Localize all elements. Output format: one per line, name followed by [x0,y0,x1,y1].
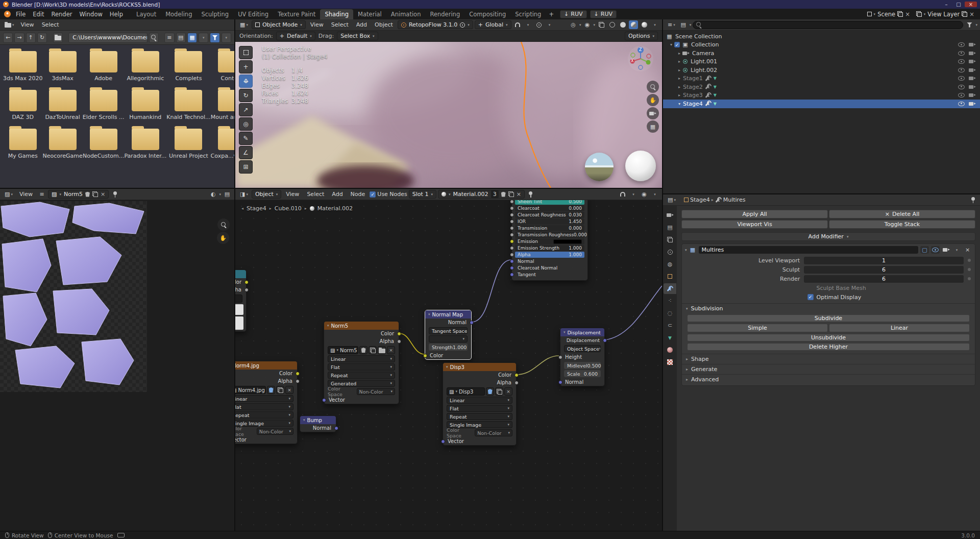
search-button[interactable] [149,33,159,43]
folder-item[interactable]: Knald Technol... [166,90,210,120]
node-normal-map[interactable]: ▾Normal Map Normal Tangent Space▾ ▾ Stre… [425,310,472,360]
tool-rotate[interactable]: ↻ [239,89,253,102]
hide-in-viewport-icon[interactable] [958,85,965,89]
folder-item[interactable]: Mount and Bl... [211,90,234,120]
animate-decorator[interactable] [968,268,971,271]
tab-world[interactable]: ◍ [664,259,676,270]
emission-swatch[interactable] [553,239,582,244]
hide-in-viewport-icon[interactable] [958,76,965,81]
tab-sculpting[interactable]: Sculpting [197,9,233,19]
disable-in-renders-icon[interactable] [969,85,976,89]
new-image-icon[interactable] [92,191,98,197]
partial-alpha-output[interactable]: Alpha [235,286,246,293]
displacement-space-dropdown[interactable]: Object Space▾ [564,345,601,352]
expand-icon[interactable]: ▸ [678,93,680,97]
folder-item[interactable]: NeocoreGame [42,129,82,159]
normal-map-color-input[interactable]: Color [425,352,471,359]
bsdf-transmission-roughness-slider[interactable]: Transmission Roughness0.000 [515,232,584,238]
tab-shading[interactable]: Shading [320,9,353,19]
new-material-icon[interactable] [508,191,514,197]
displacement-midlevel-slider[interactable]: Midlevel0.500 [564,362,601,369]
tab-render[interactable] [664,210,676,220]
viewport-menu-object[interactable]: Object [372,21,396,28]
apply-all-button[interactable]: Apply All [681,210,828,218]
bsdf-clearcoat-slider[interactable]: Clearcoat0.000 [515,205,584,211]
outliner-item-light-002[interactable]: ▸ Light.002 [663,66,980,75]
studiolight-preview-sphere[interactable] [625,151,656,181]
outliner-collection[interactable]: ▾ ✓ ▣ Collection [663,41,980,50]
render-level-field[interactable]: 6 [804,275,964,283]
editor-type-file-browser-icon[interactable]: ▾ [3,20,16,29]
shader-menu-select[interactable]: Select [304,191,327,198]
node-image-texture-disp3[interactable]: ▾Disp3 Color Alpha ▨▾Disp3 × Linear▾ Fla… [443,362,517,446]
editor-type-3d-viewport-icon[interactable]: ▦▾ [238,20,250,29]
animate-decorator[interactable] [968,277,971,280]
folder-item[interactable]: Humankind [124,90,166,120]
pin-icon[interactable] [968,195,977,204]
disp3-projection-dropdown[interactable]: Flat▾ [447,405,512,412]
node-principled-bsdf[interactable]: Sheen Tint0.500 Clearcoat0.000 Clearcoat… [511,200,588,281]
shader-menu-node[interactable]: Node [348,191,369,198]
use-nodes-checkbox[interactable]: ✓ [370,191,376,198]
tab-view-layer[interactable] [664,234,676,245]
channels-icon[interactable]: ◐ [208,190,217,199]
image-menu-view[interactable]: View [16,191,36,198]
outliner-item-light-001[interactable]: ▸ Light.001 [663,58,980,66]
editor-type-outliner-icon[interactable]: ≡▾ [666,20,677,29]
sculpt-level-field[interactable]: 6 [804,266,964,274]
folder-item[interactable]: Paradox Inter... [124,129,166,159]
show-in-editmode-toggle[interactable]: ▢ [920,246,929,254]
add-workspace-button[interactable]: + [546,9,557,19]
tab-modeling[interactable]: Modeling [161,9,197,19]
disable-in-renders-icon[interactable] [969,42,976,47]
options-dropdown[interactable]: Options▾ [625,32,658,40]
mode-selector[interactable]: Object Mode▾ [252,20,306,29]
viewport-canvas[interactable]: + ↻ ↗ ◎ ✎ ∠ ⊞ User Perspective (1) Colle… [235,42,662,188]
shader-type-selector[interactable]: Object▾ [252,190,281,199]
hide-in-viewport-icon[interactable] [958,42,965,47]
displacement-output[interactable]: Displacement [560,336,604,344]
disp3-image-selector[interactable]: ▨▾Disp3 [447,387,485,396]
tab-material[interactable]: Material [353,9,386,19]
node-image-texture-norm5[interactable]: ▾Norm5 Color Alpha ▨▾Norm5 × Linear▾ Fla… [324,321,399,404]
folder-item[interactable]: My Games [3,129,42,159]
unlink-icon[interactable]: × [285,386,293,394]
norm4-color-space-dropdown[interactable]: Non-Color▾ [257,428,293,435]
folder-item[interactable]: Coxpa...vigator [211,129,234,159]
tab-physics[interactable]: ◌ [664,308,676,318]
bsdf-tangent-input[interactable]: Tangent [515,272,584,278]
filter-chevron[interactable]: ▾ [975,23,977,27]
back-button[interactable]: ← [3,33,13,43]
maximize-button[interactable]: □ [952,2,965,7]
remove-view-layer-icon[interactable]: × [969,11,974,18]
shading-wireframe-icon[interactable] [607,20,617,29]
tool-transform[interactable]: ◎ [239,117,253,131]
bsdf-emission-strength-slider[interactable]: Emission Strength1.000 [515,245,584,251]
bsdf-transmission-slider[interactable]: Transmission0.000 [515,225,584,231]
forward-button[interactable]: → [14,33,24,43]
folder-item[interactable]: Allegorithmic [124,51,166,82]
subdivide-simple-button[interactable]: Simple [687,324,828,332]
image-options-icon[interactable]: ▤ [223,190,232,199]
new-scene-icon[interactable] [897,11,903,17]
node-overlays-chevron[interactable]: ▾ [650,190,659,199]
viewport-menu-select[interactable]: Select [328,21,352,28]
viewport-perspective-toggle-icon[interactable]: ▦ [647,120,659,133]
tab-texture[interactable] [664,357,676,368]
zoom-icon[interactable] [217,218,230,231]
expand-icon[interactable]: ▸ [678,59,680,64]
subdivision-subpanel-header[interactable]: ▾ Subdivision [682,303,975,313]
norm5-interpolation-dropdown[interactable]: Linear▾ [328,355,395,362]
modifier-panel-header[interactable]: ▾ ▦ Multires ▢ ▾ × [682,244,975,256]
folder-item[interactable]: Unreal Project [166,129,210,159]
xray-toggle-icon[interactable] [597,20,606,29]
advanced-subpanel-header[interactable]: ▸Advanced [682,374,975,384]
displacement-normal-input[interactable]: Normal [560,378,604,386]
subdivide-button[interactable]: Subdivide [687,314,970,322]
tab-object[interactable] [664,271,676,282]
file-browser-menu-select[interactable]: Select [39,21,62,28]
pin-icon[interactable] [526,190,535,199]
viewport-vis-button[interactable]: Viewport Vis [681,220,828,229]
normal-map-strength-slider[interactable]: Strength1.000 [429,344,468,351]
hamburger-icon[interactable]: ≡ [37,190,46,199]
